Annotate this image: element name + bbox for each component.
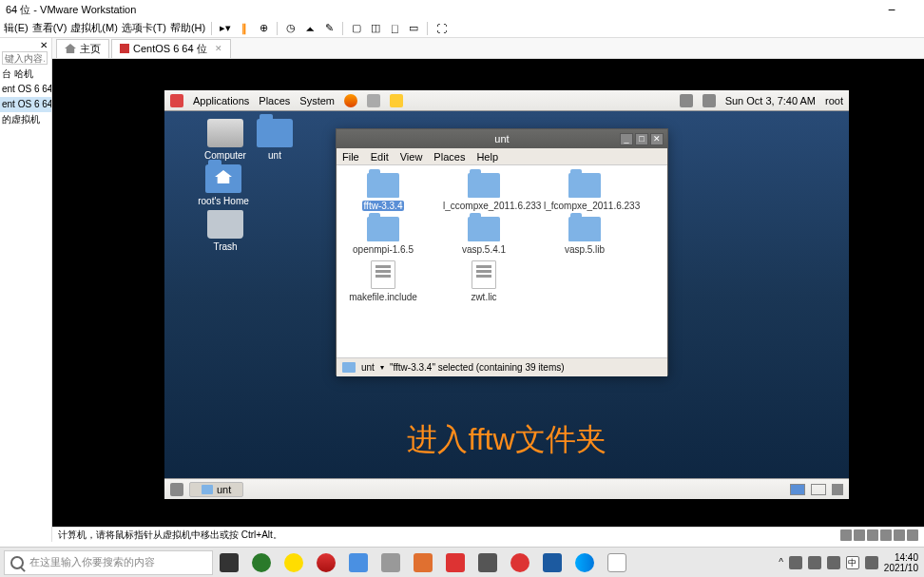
taskbar-app[interactable] (407, 548, 439, 578)
sidebar-item[interactable]: 台 哈机 (0, 67, 51, 82)
menu-applications[interactable]: Applications (193, 95, 249, 106)
taskbar-app[interactable] (536, 548, 568, 578)
close-icon[interactable]: ✕ (40, 40, 48, 50)
menu-system[interactable]: System (299, 95, 335, 106)
trash-applet-icon[interactable] (832, 484, 843, 495)
snapshot-button[interactable]: ⊕ (256, 21, 271, 36)
notes-icon[interactable] (390, 94, 403, 107)
view-icon[interactable]: ▢ (349, 21, 364, 36)
tray-icon[interactable] (808, 556, 821, 569)
view-icon[interactable]: ⎕ (387, 21, 402, 36)
maximize-button[interactable]: □ (635, 133, 648, 145)
device-icon[interactable] (840, 529, 852, 541)
task-view-button[interactable] (213, 548, 245, 578)
clock-text[interactable]: Sun Oct 3, 7:40 AM (725, 95, 816, 106)
app-launcher-icon[interactable] (367, 94, 380, 107)
volume-icon[interactable] (680, 94, 693, 107)
menu-tabs[interactable]: 选项卡(T) (122, 21, 166, 35)
tray-icon[interactable] (827, 556, 840, 569)
close-button[interactable]: ✕ (650, 133, 664, 145)
fm-location[interactable]: unt (361, 362, 375, 373)
pause-button[interactable]: ‖ (237, 21, 252, 36)
device-icon[interactable] (854, 529, 865, 541)
folder-icon (568, 217, 601, 241)
file-item[interactable]: vasp.5.4.1 (443, 215, 525, 255)
vm-display[interactable]: Applications Places System Sun Oct 3, 7:… (52, 59, 924, 542)
sidebar-item[interactable]: ent OS 6 64 位 (0, 82, 51, 97)
view-icon[interactable]: ◫ (368, 21, 383, 36)
tab-home[interactable]: 主页 (56, 39, 109, 58)
gnome-foot-icon[interactable] (170, 94, 183, 107)
fm-menu-view[interactable]: View (400, 151, 423, 163)
tray-icon[interactable] (789, 556, 802, 569)
fm-titlebar[interactable]: unt _ □ ✕ (337, 129, 667, 148)
device-icon[interactable] (907, 529, 918, 541)
device-icon[interactable] (880, 529, 892, 541)
fullscreen-icon[interactable]: ⛶ (433, 21, 449, 36)
desktop-folder-unt[interactable]: unt (246, 119, 303, 161)
firefox-icon[interactable] (344, 94, 357, 107)
fm-icon-view[interactable]: fftw-3.3.4l_ccompxe_2011.6.233l_fcompxe_… (337, 165, 667, 357)
folder-icon (202, 485, 213, 494)
fm-menu-file[interactable]: File (342, 151, 359, 163)
sidebar-item[interactable]: 的虚拟机 (0, 112, 51, 127)
taskbar-clock[interactable]: 14:40 2021/10 (884, 552, 918, 573)
close-tab-icon[interactable]: ✕ (215, 44, 222, 53)
file-item[interactable]: vasp.5.lib (544, 215, 626, 255)
taskbar-app[interactable] (310, 548, 342, 578)
play-button[interactable]: ▸▾ (218, 21, 233, 36)
tab-vm[interactable]: CentOS 6 64 位 ✕ (111, 39, 231, 58)
file-label: l_ccompxe_2011.6.233 (443, 201, 525, 211)
file-item[interactable]: l_fcompxe_2011.6.233 (544, 171, 626, 211)
menu-places[interactable]: Places (259, 95, 290, 106)
tool-icon[interactable]: ◷ (283, 21, 298, 36)
workspace-2[interactable] (811, 484, 826, 495)
network-icon[interactable] (703, 94, 716, 107)
taskbar-app[interactable] (504, 548, 536, 578)
desktop-computer[interactable]: Computer (197, 119, 254, 161)
library-search[interactable] (2, 51, 48, 65)
taskbar-app[interactable] (439, 548, 472, 578)
desktop-trash[interactable]: Trash (197, 210, 254, 252)
device-icon[interactable] (894, 529, 905, 541)
file-item[interactable]: l_ccompxe_2011.6.233 (443, 171, 525, 211)
show-desktop-icon[interactable] (170, 483, 183, 496)
taskbar-app[interactable] (568, 548, 601, 578)
minimize-button[interactable]: _ (620, 133, 633, 145)
taskbar-app[interactable] (278, 548, 310, 578)
device-icon[interactable] (867, 529, 878, 541)
windows-search[interactable]: 在这里输入你要搜索的内容 (4, 550, 213, 575)
menu-vm[interactable]: 虚拟机(M) (70, 21, 118, 35)
view-icon[interactable]: ▭ (406, 21, 421, 36)
fm-menu-edit[interactable]: Edit (371, 151, 389, 163)
taskbar-app[interactable] (375, 548, 407, 578)
tool-icon[interactable]: ⏶ (302, 21, 318, 36)
taskbar-app[interactable] (601, 548, 633, 578)
taskbar-app[interactable] (472, 548, 504, 578)
user-label[interactable]: root (825, 95, 843, 106)
fm-menu-help[interactable]: Help (476, 151, 498, 163)
ime-icon[interactable]: 中 (846, 556, 859, 569)
taskbar-app[interactable] (342, 548, 375, 578)
menu-help[interactable]: 帮助(H) (170, 21, 205, 35)
taskbar-item-unt[interactable]: unt (189, 482, 243, 497)
search-icon (10, 556, 24, 569)
sidebar-item[interactable]: ent OS 6 64 位 (0, 97, 51, 112)
taskbar-app[interactable] (245, 548, 278, 578)
file-item[interactable]: makefile.include (342, 259, 424, 302)
tray-icon[interactable] (865, 556, 878, 569)
file-item[interactable]: openmpi-1.6.5 (342, 215, 424, 255)
fm-menu-places[interactable]: Places (433, 151, 465, 163)
folder-icon (568, 173, 601, 198)
tool-icon[interactable]: ✎ (321, 21, 337, 36)
trash-icon (207, 210, 243, 239)
file-item[interactable]: fftw-3.3.4 (342, 171, 424, 211)
minimize-icon[interactable]: − (888, 2, 895, 17)
tray-chevron-icon[interactable]: ^ (779, 557, 783, 567)
chevron-down-icon[interactable]: ▾ (380, 363, 384, 372)
workspace-1[interactable] (790, 484, 805, 495)
file-item[interactable]: zwt.lic (443, 259, 525, 302)
menu-edit[interactable]: 辑(E) (4, 21, 29, 35)
menu-view[interactable]: 查看(V) (32, 21, 67, 35)
desktop-home[interactable]: root's Home (188, 164, 259, 206)
